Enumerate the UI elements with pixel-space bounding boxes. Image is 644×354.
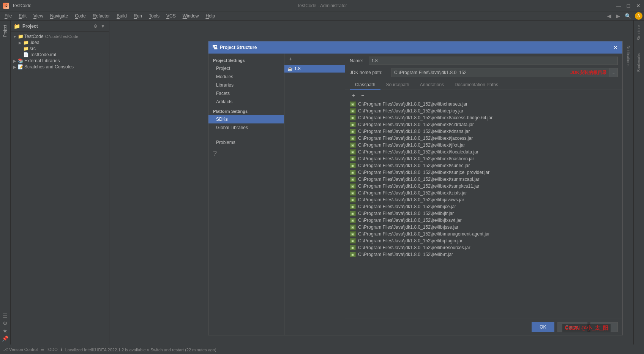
jdk-path-container: C:\Program Files\Java\jdk1.8.0_152 JDK安装… (391, 68, 618, 77)
menu-tools[interactable]: Tools (146, 13, 163, 19)
tree-idea-label: .idea (30, 40, 39, 45)
menu-view[interactable]: View (30, 13, 46, 19)
tree-root[interactable]: ▼ 📁 TestCode C:\code\TestCode (11, 33, 109, 40)
version-control-button[interactable]: ⎇ Version Control (3, 347, 38, 352)
status-message: Localized IntelliJ IDEA 2022.1.2 is avai… (65, 348, 641, 352)
nav-item-modules[interactable]: Modules (208, 73, 284, 81)
menu-window[interactable]: Window (180, 13, 202, 19)
menu-edit[interactable]: Edit (16, 13, 30, 19)
menu-refactor[interactable]: Refactor (90, 13, 113, 19)
classpath-list-item[interactable]: ▣C:\Program Files\Java\jdk1.8.0_152\jre\… (350, 231, 618, 237)
nav-item-problems[interactable]: Problems (208, 138, 284, 147)
classpath-remove-button[interactable]: − (359, 92, 366, 99)
menu-code[interactable]: Code (72, 13, 89, 19)
panel-dropdown-icon[interactable]: ▼ (100, 23, 106, 30)
jar-icon: ▣ (350, 142, 356, 148)
sdk-list-item-18[interactable]: ☕ 1.8 (284, 65, 345, 73)
main-area: 🏗 Project Structure ✕ Project Settings P… (109, 21, 633, 345)
help-icon[interactable]: ? (213, 150, 217, 157)
tabs-row: Classpath Sourcepath Annotations Documen… (345, 80, 622, 90)
window-controls: — □ ✕ (616, 3, 641, 8)
classpath-list-item[interactable]: ▣C:\Program Files\Java\jdk1.8.0_152\jre\… (350, 107, 618, 114)
maximize-button[interactable]: □ (626, 3, 631, 8)
jar-icon: ▣ (350, 197, 356, 202)
classpath-list-item[interactable]: ▣C:\Program Files\Java\jdk1.8.0_152\jre\… (350, 101, 618, 107)
classpath-list-item[interactable]: ▣C:\Program Files\Java\jdk1.8.0_152\jre\… (350, 155, 618, 162)
tree-scratches-arrow: ▶ (12, 65, 17, 69)
sidebar-icon-3[interactable]: ★ (3, 328, 8, 334)
classpath-list-item[interactable]: ▣C:\Program Files\Java\jdk1.8.0_152\jre\… (350, 203, 618, 210)
classpath-list-item[interactable]: ▣C:\Program Files\Java\jdk1.8.0_152\jre\… (350, 176, 618, 183)
close-button[interactable]: ✕ (636, 3, 641, 8)
menu-navigate[interactable]: Navigate (47, 13, 71, 19)
classpath-list-item[interactable]: ▣C:\Program Files\Java\jdk1.8.0_152\jre\… (350, 196, 618, 203)
tab-classpath[interactable]: Classpath (350, 80, 380, 90)
classpath-list-item[interactable]: ▣C:\Program Files\Java\jdk1.8.0_152\jre\… (350, 121, 618, 128)
tree-root-label: TestCode (24, 34, 44, 39)
sdk-remove-button[interactable]: − (296, 55, 303, 63)
sdk-java-icon: ☕ (287, 66, 293, 71)
sidebar-icon-4[interactable]: 📌 (2, 335, 8, 341)
classpath-list-item[interactable]: ▣C:\Program Files\Java\jdk1.8.0_152\jre\… (350, 162, 618, 169)
classpath-list-item[interactable]: ▣C:\Program Files\Java\jdk1.8.0_152\jre\… (350, 183, 618, 190)
sidebar-icon-1[interactable]: ☰ (3, 313, 8, 319)
info-button[interactable]: ℹ (61, 347, 62, 352)
menu-build[interactable]: Build (114, 13, 130, 19)
tree-src-icon: 📁 (23, 46, 29, 51)
tree-scratches[interactable]: ▶ 📝 Scratches and Consoles (11, 64, 109, 70)
menu-vcs[interactable]: VCS (163, 13, 179, 19)
back-toolbar-icon[interactable]: ◀ (606, 12, 612, 20)
tab-sourcepath[interactable]: Sourcepath (380, 80, 414, 90)
sdk-item-label: 1.8 (294, 66, 301, 71)
classpath-list-item[interactable]: ▣C:\Program Files\Java\jdk1.8.0_152\jre\… (350, 135, 618, 142)
sidebar-bookmarks-tab[interactable]: Bookmarks (636, 50, 642, 75)
classpath-list-item[interactable]: ▣C:\Program Files\Java\jdk1.8.0_152\jre\… (350, 217, 618, 224)
classpath-list-item[interactable]: ▣C:\Program Files\Java\jdk1.8.0_152\jre\… (350, 149, 618, 155)
tree-iml-file[interactable]: 📄 TestCode.iml (11, 52, 109, 58)
jdk-browse-button[interactable]: … (609, 68, 617, 77)
nav-item-global-libraries[interactable]: Global Libraries (208, 123, 284, 132)
classpath-list-item[interactable]: ▣C:\Program Files\Java\jdk1.8.0_152\jre\… (350, 210, 618, 217)
classpath-list-item[interactable]: ▣C:\Program Files\Java\jdk1.8.0_152\jre\… (350, 251, 618, 258)
classpath-list-item[interactable]: ▣C:\Program Files\Java\jdk1.8.0_152\jre\… (350, 128, 618, 135)
dialog-close-button[interactable]: ✕ (612, 44, 619, 51)
nav-item-libraries[interactable]: Libraries (208, 81, 284, 89)
todo-button[interactable]: ☰ TODO (41, 347, 57, 352)
tab-documentation-paths[interactable]: Documentation Paths (449, 80, 504, 90)
ok-button[interactable]: OK (532, 322, 554, 332)
menu-run[interactable]: Run (131, 13, 145, 19)
nav-item-artifacts[interactable]: Artifacts (208, 98, 284, 106)
classpath-list-item[interactable]: ▣C:\Program Files\Java\jdk1.8.0_152\jre\… (350, 237, 618, 244)
minimize-button[interactable]: — (616, 3, 621, 8)
tree-ext-libs[interactable]: ▶ 📚 External Libraries (11, 58, 109, 64)
panel-settings-icon[interactable]: ⚙ (93, 23, 98, 30)
classpath-list-item[interactable]: ▣C:\Program Files\Java\jdk1.8.0_152\jre\… (350, 244, 618, 251)
tree-idea-folder[interactable]: ▶ 📁 .idea (11, 40, 109, 46)
forward-toolbar-icon[interactable]: ▶ (615, 12, 621, 20)
search-toolbar-icon[interactable]: 🔍 (624, 12, 632, 20)
nav-item-facets[interactable]: Facets (208, 89, 284, 98)
sidebar-icon-2[interactable]: ⚙ (3, 320, 8, 326)
classpath-list-item[interactable]: ▣C:\Program Files\Java\jdk1.8.0_152\jre\… (350, 169, 618, 176)
sidebar-tab-project[interactable]: Project (2, 22, 8, 40)
name-input[interactable] (369, 57, 618, 65)
tree-src-folder[interactable]: 📁 src (11, 46, 109, 52)
nav-item-sdks[interactable]: SDKs (208, 115, 284, 123)
classpath-list-item[interactable]: ▣C:\Program Files\Java\jdk1.8.0_152\jre\… (350, 114, 618, 121)
jar-icon: ▣ (350, 183, 356, 189)
classpath-list-item[interactable]: ▣C:\Program Files\Java\jdk1.8.0_152\jre\… (350, 142, 618, 149)
user-avatar[interactable]: A (635, 12, 642, 20)
classpath-add-button[interactable]: + (350, 92, 357, 99)
notifications-tab[interactable]: Notifications (625, 43, 631, 69)
menu-help[interactable]: Help (202, 13, 218, 19)
tab-annotations[interactable]: Annotations (415, 80, 449, 90)
classpath-list-item[interactable]: ▣C:\Program Files\Java\jdk1.8.0_152\jre\… (350, 224, 618, 231)
todo-icon: ☰ (41, 347, 44, 352)
jar-icon: ▣ (350, 177, 356, 182)
classpath-list-item[interactable]: ▣C:\Program Files\Java\jdk1.8.0_152\jre\… (350, 190, 618, 196)
sdk-add-button[interactable]: + (287, 55, 294, 63)
dialog-body: Project Settings Project Modules Librari… (208, 54, 622, 335)
sidebar-tab-structure[interactable]: Structure (636, 22, 642, 44)
menu-file[interactable]: File (2, 13, 15, 19)
nav-item-project[interactable]: Project (208, 64, 284, 73)
